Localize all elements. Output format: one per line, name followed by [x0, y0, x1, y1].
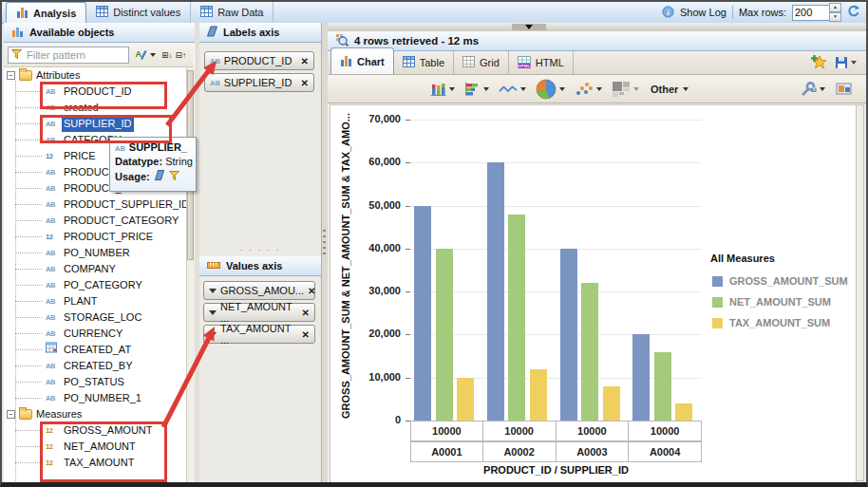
result-tab-html[interactable]: HTMLHTML	[509, 51, 574, 74]
remove-chip-icon[interactable]: ✕	[302, 308, 310, 318]
axis-splitter[interactable]: · · · · ·	[199, 247, 321, 256]
refresh-icon[interactable]	[847, 5, 860, 20]
chart-toolbar: Other B	[328, 75, 866, 103]
collapse-all-button[interactable]: ⊟↑	[176, 50, 187, 60]
tree-item-po_category[interactable]: ABPO_CATEGORY	[4, 277, 186, 293]
tree-item-created_at[interactable]: CREATED_AT	[4, 342, 186, 358]
max-rows-stepper[interactable]: ▲▼	[829, 3, 841, 22]
tree-item-product_category[interactable]: ABPRODUCT_CATEGORY	[4, 213, 186, 229]
tooltip-usage-label: Usage:	[115, 171, 150, 182]
html-icon: HTML	[518, 56, 531, 70]
grid-icon	[462, 56, 475, 69]
tooltip-type-icon: AB	[115, 144, 125, 153]
date-type-icon	[46, 342, 62, 359]
max-rows-label: Max rows:	[739, 7, 786, 18]
save-icon[interactable]	[835, 56, 857, 69]
tree-item-plant[interactable]: ABPLANT	[4, 293, 186, 309]
result-status-text: 4 rows retrieved - 12 ms	[354, 35, 479, 47]
expand-all-button[interactable]: ⊞↓	[161, 50, 173, 60]
tree-item-created_by[interactable]: ABCREATED_BY	[4, 358, 186, 374]
values-axis-chip-grossamou[interactable]: GROSS_AMOU...✕	[203, 281, 315, 300]
available-objects-icon	[11, 26, 24, 39]
vertical-sash-handle[interactable]	[323, 230, 326, 254]
bar-chart-icon	[340, 55, 352, 68]
svg-text:B: B	[812, 87, 815, 92]
sash-collapse-button[interactable]	[512, 24, 546, 30]
tree-item-company[interactable]: ABCOMPANY	[4, 261, 186, 277]
text-type-icon: AB	[46, 309, 62, 326]
text-type-icon: AB	[210, 57, 220, 66]
text-type-icon: AB	[210, 79, 220, 87]
text-type-icon: AB	[46, 197, 62, 213]
chart-settings-icon[interactable]: B	[797, 80, 828, 99]
top-tab-distinct-values[interactable]: Distinct values	[86, 2, 191, 23]
values-axis-chip-taxamount[interactable]: TAX_AMOUNT ...✕	[203, 325, 315, 344]
tree-item-po_number[interactable]: ABPO_NUMBER	[4, 245, 186, 261]
tree-item-storage_loc[interactable]: ABSTORAGE_LOC	[4, 309, 186, 326]
filter-pattern-input[interactable]	[25, 48, 123, 62]
tree-item-product_price[interactable]: 12PRODUCT_PRICE	[4, 229, 186, 245]
line-chart-button[interactable]	[496, 82, 529, 97]
values-axis-icon	[207, 260, 220, 272]
heatmap-chart-button[interactable]	[609, 79, 642, 100]
add-favorite-icon[interactable]	[811, 54, 827, 71]
numeric-type-icon: 12	[46, 148, 62, 164]
svg-text:HTML: HTML	[519, 64, 531, 68]
values-axis-title: Values axis	[226, 260, 282, 272]
filter-toolbar: A ⊞↓ ⊟↑	[4, 43, 194, 67]
labels-axis-icon	[207, 26, 217, 39]
text-type-icon: AB	[46, 390, 62, 406]
hbar-chart-button[interactable]	[462, 80, 492, 98]
top-tab-raw-data[interactable]: Raw Data	[191, 2, 274, 23]
text-type-icon: AB	[46, 164, 62, 180]
chart-canvas	[330, 104, 857, 483]
separator	[732, 6, 733, 19]
chart-scrollbar[interactable]	[856, 104, 864, 481]
tree-item-po_number_1[interactable]: ABPO_NUMBER_1	[4, 390, 186, 406]
sort-button[interactable]: A	[132, 47, 159, 63]
info-icon: i	[662, 6, 674, 20]
column-chart-button[interactable]	[427, 80, 458, 98]
tooltip-datatype-label: Datatype:	[115, 156, 162, 167]
scatter-chart-button[interactable]	[572, 80, 605, 99]
labels-axis-header: Labels axis	[199, 23, 321, 43]
chevron-down-icon[interactable]	[209, 310, 217, 315]
show-log-button[interactable]: Show Log	[680, 7, 726, 18]
chevron-down-icon[interactable]	[209, 332, 217, 337]
remove-chip-icon[interactable]: ✕	[301, 56, 309, 66]
tree-item-po_status[interactable]: ABPO_STATUS	[4, 374, 186, 390]
text-type-icon: AB	[46, 374, 62, 390]
result-tab-chart[interactable]: Chart	[330, 47, 394, 74]
chevron-down-icon[interactable]	[209, 289, 217, 293]
annotation-box-measures	[40, 421, 167, 482]
folder-icon	[19, 70, 32, 81]
top-tab-analysis[interactable]: Analysis	[6, 2, 86, 23]
remove-chip-icon[interactable]: ✕	[302, 329, 310, 340]
text-type-icon: AB	[46, 261, 62, 277]
labels-axis-chip-supplier_id[interactable]: ABSUPPLIER_ID✕	[204, 73, 314, 92]
tree-item-product_supplier_id[interactable]: ABPRODUCT_SUPPLIER_ID	[4, 197, 186, 213]
other-charts-button[interactable]: Other	[646, 82, 691, 97]
filter-usage-icon	[169, 171, 179, 182]
tree-item-currency[interactable]: ABCURRENCY	[4, 326, 186, 342]
values-axis-chip-netamount[interactable]: NET_AMOUNT ...✕	[203, 303, 315, 322]
result-tab-grid[interactable]: Grid	[454, 51, 509, 74]
table-icon	[403, 56, 415, 69]
filter-input-wrap	[8, 47, 129, 64]
annotation-box-supplier-id	[40, 115, 172, 143]
labels-axis-title: Labels axis	[223, 27, 279, 38]
labels-axis-chip-product_id[interactable]: ABPRODUCT_ID✕	[204, 51, 314, 70]
data-preview-window: AnalysisDistinct valuesRaw Data i Show L…	[0, 0, 868, 487]
max-rows-input[interactable]: 200	[792, 5, 830, 21]
values-axis-header: Values axis	[199, 256, 321, 276]
remove-chip-icon[interactable]: ✕	[308, 286, 315, 296]
collapse-expander-icon[interactable]: −	[7, 410, 15, 419]
export-image-icon[interactable]	[833, 80, 855, 98]
remove-chip-icon[interactable]: ✕	[301, 78, 309, 88]
result-tab-table[interactable]: Table	[394, 51, 454, 74]
text-type-icon: AB	[46, 277, 62, 293]
collapse-expander-icon[interactable]: −	[7, 71, 15, 80]
folder-icon	[19, 409, 32, 420]
tree-folder-measures[interactable]: −Measures	[4, 406, 186, 422]
pie-chart-button[interactable]	[533, 77, 568, 102]
